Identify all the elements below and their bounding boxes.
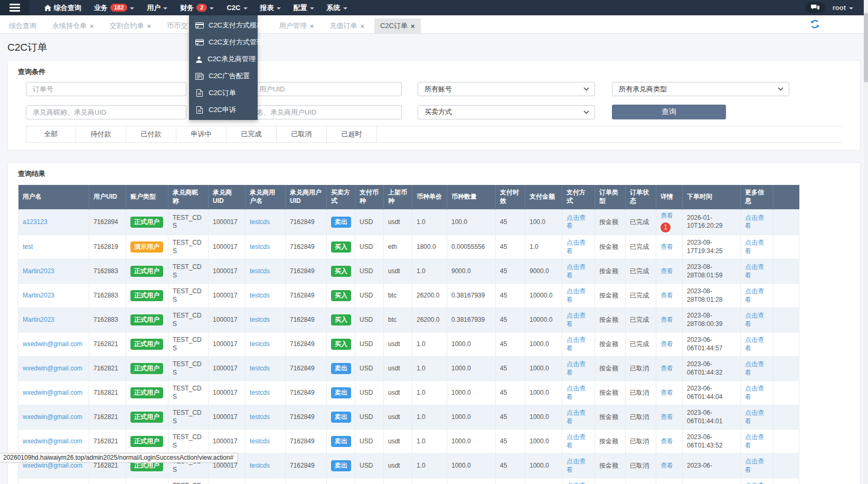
status-tab-1[interactable]: 全部 [26,126,76,142]
username-link[interactable]: wxedwin@gmail.com [23,389,82,396]
nav-item-home[interactable]: 综合查询 [38,0,88,15]
status-tab-2[interactable]: 待付款 [76,126,126,142]
detail-view-link[interactable]: 查看 [661,389,673,396]
detail-view-link[interactable]: 查看 [661,365,673,372]
account-select[interactable]: 所有账号 [418,82,595,96]
menu-item-ad-config[interactable]: C2C广告配置 [189,68,258,85]
merchant-username-link[interactable]: testcds [250,389,270,396]
more-info-link[interactable]: 点击查看 [745,263,764,279]
more-info-link[interactable]: 点击查看 [745,360,764,376]
pay-method-link[interactable]: 点击查看 [567,239,586,255]
more-info-link[interactable]: 点击查看 [745,409,764,425]
status-tab-7[interactable]: 已超时 [327,126,377,142]
nav-item-user[interactable]: 用户 [140,0,174,15]
more-info-link[interactable]: 点击查看 [745,385,764,401]
merchant-username-link[interactable]: testcds [250,438,270,445]
username-link[interactable]: test [23,243,33,250]
refresh-button[interactable] [810,20,819,31]
detail-view-link[interactable]: 查看 [661,438,673,445]
detail-view-link[interactable]: 查看 [661,267,673,275]
menu-item-pay-template[interactable]: C2C支付方式模板 [189,17,258,34]
user-uid-input[interactable] [252,82,402,96]
username-link[interactable]: a123123 [23,218,48,226]
more-info-link[interactable]: 点击查看 [745,458,764,473]
pay-method-link[interactable]: 点击查看 [567,458,586,473]
status-tab-3[interactable]: 已付款 [126,126,176,142]
pay-method-link[interactable]: 点击查看 [567,409,586,425]
more-info-link[interactable]: 点击查看 [745,312,764,328]
nav-item-business[interactable]: 业务182 [88,0,140,15]
detail-view-link[interactable]: 查看 [661,462,673,469]
merchant-username-link[interactable]: testcds [250,243,270,250]
pay-method-link[interactable]: 点击查看 [567,214,586,230]
username-link[interactable]: Martin2023 [23,316,54,323]
tab-5[interactable]: 用户管理× [273,18,320,33]
merchant-username-link[interactable]: testcds [250,267,270,275]
nav-item-c2c[interactable]: C2C [220,0,253,15]
nav-item-system[interactable]: 系统 [320,0,354,15]
pay-method-link[interactable]: 点击查看 [567,287,586,303]
tab-6[interactable]: 充值订单× [324,18,370,33]
status-tab-6[interactable]: 已取消 [277,126,327,142]
close-icon[interactable]: × [360,23,364,30]
nav-item-finance[interactable]: 财务2 [174,0,220,15]
tab-1[interactable]: 综合查询 [3,18,42,33]
pay-method-link[interactable]: 点击查看 [567,360,586,376]
username-link[interactable]: wxedwin@gmail.com [23,438,82,445]
sidebar-toggle-button[interactable] [0,0,30,15]
merchant-username-link[interactable]: testcds [250,292,270,299]
trade-type-select[interactable]: 买卖方式 [418,105,595,119]
nav-item-config[interactable]: 配置 [287,0,320,15]
detail-view-link[interactable]: 查看 [661,340,673,348]
close-icon[interactable]: × [90,23,94,30]
merchant-username-link[interactable]: testcds [250,413,270,421]
more-info-link[interactable]: 点击查看 [745,433,764,449]
status-tab-5[interactable]: 已完成 [227,126,277,142]
detail-view-link[interactable]: 查看 [661,212,673,219]
menu-item-pay-manage[interactable]: C2C支付方式管理 [189,34,258,51]
tab-7[interactable]: C2C订单× [374,18,421,33]
merchant-username-link[interactable]: testcds [250,340,270,348]
scrollbar[interactable] [864,0,868,484]
detail-view-link[interactable]: 查看 [661,243,673,250]
pay-method-link[interactable]: 点击查看 [567,385,586,401]
username-link[interactable]: wxedwin@gmail.com [23,413,82,421]
scrollbar-thumb[interactable] [864,13,868,82]
more-info-link[interactable]: 点击查看 [745,287,764,303]
merchant-username-link[interactable]: testcds [250,218,270,226]
menu-item-merchant-manage[interactable]: C2C承兑商管理 [189,51,258,68]
merchant-username-link[interactable]: testcds [250,462,270,469]
menu-item-appeal[interactable]: C2C申诉 [189,101,258,118]
search-button[interactable]: 查询 [612,105,726,119]
pay-method-link[interactable]: 点击查看 [567,336,586,352]
nav-item-report[interactable]: 报表 [254,0,287,15]
pay-method-link[interactable]: 点击查看 [567,433,586,449]
detail-view-link[interactable]: 查看 [661,292,673,299]
more-info-link[interactable]: 点击查看 [745,336,764,352]
detail-view-link[interactable]: 查看 [661,316,673,323]
more-info-link[interactable]: 点击查看 [745,482,764,484]
tab-3[interactable]: 交割合约单× [104,18,157,33]
user-menu[interactable]: root [833,4,853,12]
close-icon[interactable]: × [310,23,314,30]
status-tab-4[interactable]: 申诉中 [176,126,227,142]
merchant-input[interactable] [26,105,186,119]
tab-2[interactable]: 永续持仓单× [46,18,100,33]
pay-method-link[interactable]: 点击查看 [567,312,586,328]
order-no-input[interactable] [26,82,186,96]
close-icon[interactable]: × [147,23,152,30]
username-link[interactable]: wxedwin@gmail.com [23,365,82,372]
pay-method-link[interactable]: 点击查看 [567,263,586,279]
username-link[interactable]: wxedwin@gmail.com [23,340,82,348]
pay-method-link[interactable]: 点击查看 [567,482,586,484]
merchant-username-link[interactable]: testcds [250,365,270,372]
close-icon[interactable]: × [411,23,415,30]
detail-view-link[interactable]: 查看 [661,413,673,421]
username-link[interactable]: Martin2023 [23,267,54,275]
messages-button[interactable] [805,2,825,13]
merchant-type-select[interactable]: 所有承兑商类型 [612,82,789,96]
username-link[interactable]: Martin2023 [23,292,54,299]
more-info-link[interactable]: 点击查看 [745,214,764,230]
more-info-link[interactable]: 点击查看 [745,239,764,255]
menu-item-orders[interactable]: C2C订单 [189,85,258,101]
